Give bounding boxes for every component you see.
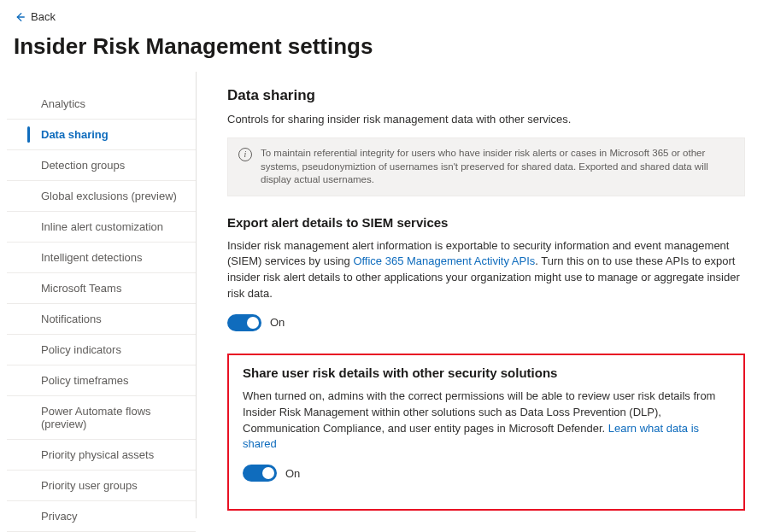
back-button[interactable]: Back	[14, 10, 56, 23]
sidebar-item-inline-alert[interactable]: Inline alert customization	[7, 212, 196, 243]
sidebar-item-microsoft-teams[interactable]: Microsoft Teams	[7, 273, 196, 304]
sidebar-item-priority-user-groups[interactable]: Priority user groups	[7, 471, 196, 501]
main-content: Data sharing Controls for sharing inside…	[197, 72, 762, 518]
sidebar-item-priority-physical-assets[interactable]: Priority physical assets	[7, 440, 196, 471]
sidebar-item-notifications[interactable]: Notifications	[7, 304, 196, 335]
share-user-risk-section: Share user risk details with other secur…	[227, 354, 745, 511]
data-sharing-desc: Controls for sharing insider risk manage…	[227, 113, 745, 126]
sidebar-item-intelligent-detections[interactable]: Intelligent detections	[7, 243, 196, 273]
sidebar-item-policy-indicators[interactable]: Policy indicators	[7, 335, 196, 365]
info-banner-text: To maintain referential integrity for us…	[261, 147, 734, 187]
data-sharing-heading: Data sharing	[227, 87, 745, 104]
share-user-risk-toggle[interactable]	[243, 465, 277, 482]
info-banner: i To maintain referential integrity for …	[227, 137, 745, 196]
share-user-risk-para: When turned on, admins with the correct …	[243, 389, 730, 453]
arrow-left-icon	[14, 11, 26, 23]
sidebar-item-analytics[interactable]: Analytics	[7, 89, 196, 120]
export-siem-toggle[interactable]	[227, 314, 261, 331]
export-siem-para: Insider risk management alert informatio…	[227, 238, 745, 302]
export-siem-toggle-row: On	[227, 314, 745, 331]
export-siem-toggle-label: On	[270, 316, 285, 329]
page-title: Insider Risk Management settings	[0, 30, 769, 72]
share-user-risk-heading: Share user risk details with other secur…	[243, 365, 730, 380]
sidebar-item-detection-groups[interactable]: Detection groups	[7, 150, 196, 181]
settings-sidebar: Analytics Data sharing Detection groups …	[7, 72, 197, 518]
share-user-risk-toggle-row: On	[243, 465, 730, 482]
sidebar-item-policy-timeframes[interactable]: Policy timeframes	[7, 365, 196, 396]
sidebar-item-power-automate[interactable]: Power Automate flows (preview)	[7, 396, 196, 440]
export-siem-heading: Export alert details to SIEM services	[227, 215, 745, 230]
sidebar-item-global-exclusions[interactable]: Global exclusions (preview)	[7, 181, 196, 212]
office365-api-link[interactable]: Office 365 Management Activity APIs	[353, 254, 535, 267]
share-user-risk-toggle-label: On	[285, 467, 300, 480]
back-label: Back	[31, 10, 56, 23]
sidebar-item-data-sharing[interactable]: Data sharing	[7, 120, 196, 150]
sidebar-item-privacy[interactable]: Privacy	[7, 501, 196, 532]
info-icon: i	[238, 148, 252, 161]
